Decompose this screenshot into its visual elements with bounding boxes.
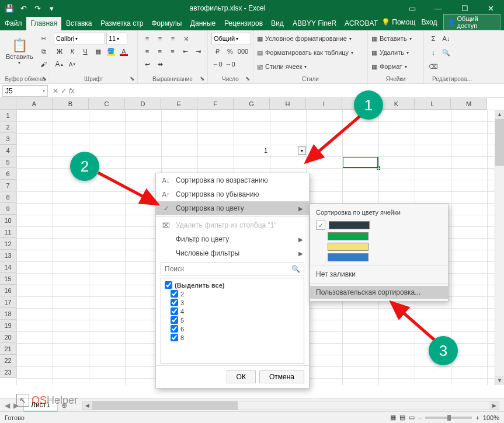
zoom-out-button[interactable]: −	[418, 414, 422, 421]
row-header[interactable]: 16	[0, 285, 16, 296]
tell-me[interactable]: 💡Помощ	[381, 18, 415, 26]
accounting-button[interactable]: ₽	[211, 46, 223, 57]
zoom-thumb[interactable]	[447, 415, 451, 421]
row-header[interactable]: 20	[0, 331, 16, 343]
filter-check-item[interactable]: 3	[165, 298, 300, 307]
format-as-table-button[interactable]: ▤Форматировать как таблицу▾	[257, 47, 364, 58]
select-all-button[interactable]	[0, 98, 16, 110]
delete-cells-button[interactable]: ▦Удалить▾	[371, 47, 420, 58]
bold-button[interactable]: Ж	[54, 46, 65, 57]
orientation-button[interactable]: ⤭	[180, 33, 192, 44]
align-launcher-icon[interactable]: ⬊	[198, 74, 206, 82]
tab-home[interactable]: Главная	[26, 17, 61, 30]
row-header[interactable]: 22	[0, 355, 16, 366]
prev-sheet-icon[interactable]: ◀	[5, 401, 10, 410]
border-button[interactable]: ▦	[92, 46, 104, 57]
sort-filter-button[interactable]: A↓	[440, 33, 452, 44]
sort-by-color-item[interactable]: ✓Сортировка по цвету▶	[156, 201, 309, 215]
scroll-left-icon[interactable]: ◀	[83, 401, 92, 410]
filter-check-item[interactable]: 2	[165, 289, 300, 298]
align-center-button[interactable]: ≡	[154, 46, 166, 57]
percent-button[interactable]: %	[224, 46, 236, 57]
col-header[interactable]: I	[306, 98, 342, 110]
align-left-button[interactable]: ≡	[141, 46, 153, 57]
col-header[interactable]: A	[16, 98, 53, 110]
cut-button[interactable]: ✂	[38, 33, 50, 44]
col-header[interactable]: E	[161, 98, 197, 110]
font-name-select[interactable]: Calibri▾	[54, 33, 105, 44]
fill-color-button[interactable]: 🪣	[105, 46, 117, 57]
tab-view[interactable]: Вид	[266, 17, 288, 30]
row-header[interactable]: 15	[0, 273, 16, 285]
row-header[interactable]: 2	[0, 121, 16, 133]
number-launcher-icon[interactable]: ⬊	[244, 74, 252, 82]
tab-insert[interactable]: Вставка	[61, 17, 96, 30]
cell-styles-button[interactable]: ▧Стили ячеек▾	[257, 61, 364, 72]
align-middle-button[interactable]: ≡	[154, 33, 166, 44]
redo-icon[interactable]: ↷	[33, 4, 42, 13]
font-color-button[interactable]: A	[118, 46, 130, 57]
cell-H4[interactable]: 1	[234, 145, 270, 156]
row-header[interactable]: 13	[0, 250, 16, 261]
clear-button[interactable]: ⌫	[427, 61, 439, 72]
find-button[interactable]: 🔍	[440, 47, 452, 58]
cancel-formula-icon[interactable]: ✕	[53, 87, 58, 95]
filter-check-item[interactable]: 8	[165, 333, 300, 342]
underline-button[interactable]: Ч	[79, 46, 91, 57]
row-header[interactable]: 19	[0, 320, 16, 331]
tab-data[interactable]: Данные	[186, 17, 220, 30]
autosum-button[interactable]: Σ	[427, 33, 439, 44]
align-right-button[interactable]: ≡	[167, 46, 179, 57]
comma-button[interactable]: 000	[237, 46, 249, 57]
share-button[interactable]: 👤Общий доступ	[443, 14, 500, 30]
row-header[interactable]: 7	[0, 180, 16, 191]
next-sheet-icon[interactable]: ▶	[13, 401, 19, 410]
col-header[interactable]: K	[378, 98, 415, 110]
scroll-up-icon[interactable]: ▲	[495, 110, 504, 119]
sheet-tab[interactable]: Лист1	[23, 399, 58, 412]
insert-cells-button[interactable]: ▦Вставить▾	[371, 33, 420, 44]
row-header[interactable]: 11	[0, 226, 16, 238]
row-header[interactable]: 17	[0, 296, 16, 308]
paste-button[interactable]: 📋 Вставить ▾	[4, 33, 36, 70]
indent-dec-button[interactable]: ⇤	[179, 46, 191, 57]
indent-inc-button[interactable]: ⇥	[192, 46, 204, 57]
col-header[interactable]: F	[197, 98, 234, 110]
horizontal-scrollbar[interactable]: ◀ ▶	[82, 401, 499, 410]
italic-button[interactable]: К	[67, 46, 78, 57]
color-swatch-item[interactable]	[310, 252, 448, 263]
font-launcher-icon[interactable]: ⬊	[128, 74, 136, 82]
tab-file[interactable]: Файл	[0, 17, 26, 30]
row-header[interactable]: 9	[0, 203, 16, 215]
select-all-check[interactable]: (Выделить все)	[165, 281, 300, 289]
color-swatch-item[interactable]	[310, 242, 448, 252]
custom-sort-item[interactable]: Пользовательская сортировка...	[310, 286, 448, 299]
enter-formula-icon[interactable]: ✓	[61, 87, 67, 95]
col-header[interactable]: J	[342, 98, 378, 110]
row-header[interactable]: 4	[0, 145, 16, 156]
row-header[interactable]: 21	[0, 343, 16, 355]
add-sheet-button[interactable]: ⊕	[58, 401, 71, 410]
formula-input[interactable]	[77, 85, 504, 97]
filter-checklist[interactable]: (Выделить все) 234568	[161, 278, 304, 364]
number-format-select[interactable]: Общий▾	[211, 33, 251, 44]
zoom-in-button[interactable]: +	[475, 414, 479, 421]
scroll-right-icon[interactable]: ▶	[489, 401, 499, 410]
filter-check-item[interactable]: 4	[165, 307, 300, 316]
filter-dropdown-button[interactable]: ▾	[298, 146, 306, 155]
format-cells-button[interactable]: ▦Формат▾	[371, 61, 420, 72]
row-header[interactable]: 6	[0, 168, 16, 180]
row-header[interactable]: 18	[0, 308, 16, 320]
col-header[interactable]: B	[53, 98, 89, 110]
row-header[interactable]: 5	[0, 156, 16, 168]
align-top-button[interactable]: ≡	[141, 33, 153, 44]
row-header[interactable]: 23	[0, 366, 16, 378]
filter-by-color-item[interactable]: Фильтр по цвету▶	[156, 232, 309, 246]
row-header[interactable]: 12	[0, 238, 16, 250]
fx-icon[interactable]: fx	[69, 87, 74, 95]
grow-font-button[interactable]: A▲	[54, 58, 65, 70]
col-header[interactable]: C	[89, 98, 125, 110]
zoom-level[interactable]: 100%	[483, 414, 499, 421]
qat-more-icon[interactable]: ▾	[47, 4, 56, 13]
vscroll-thumb[interactable]	[495, 119, 504, 166]
